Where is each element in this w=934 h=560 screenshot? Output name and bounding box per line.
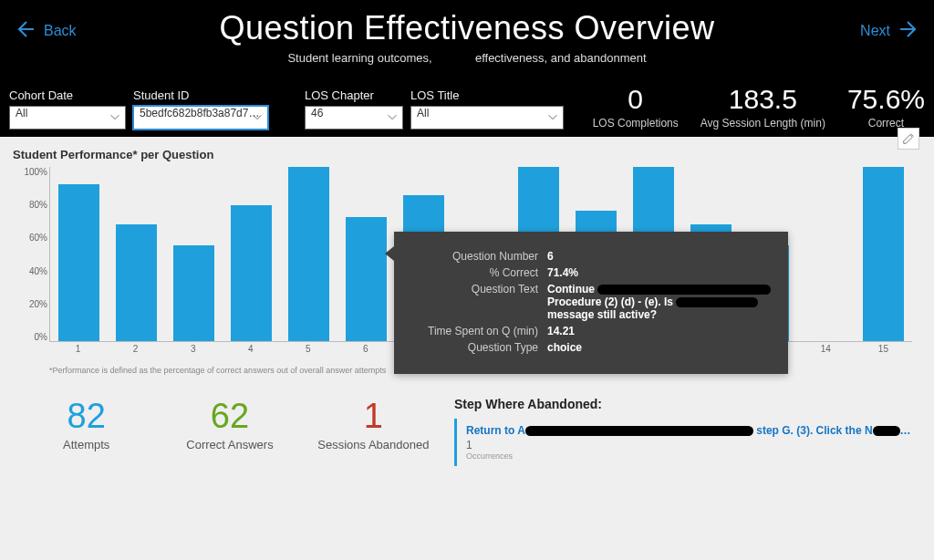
x-tick: 1 bbox=[49, 344, 107, 358]
abandon-card[interactable]: Return to A step G. (3). Click the N… 1 … bbox=[454, 419, 919, 466]
arrow-left-icon bbox=[13, 18, 35, 44]
kpi-group: 0 LOS Completions 183.5 Avg Session Leng… bbox=[593, 84, 925, 130]
filter-label-student: Student ID bbox=[133, 88, 268, 102]
x-tick: 15 bbox=[855, 344, 912, 358]
filter-label-lostitle: LOS Title bbox=[410, 88, 564, 102]
y-axis: 100%80%60%40%20%0% bbox=[15, 167, 47, 342]
page-title: Question Effectiveness Overview bbox=[15, 9, 919, 47]
abandon-occurrences-value: 1 bbox=[466, 439, 910, 451]
x-tick: 4 bbox=[222, 344, 279, 358]
bar[interactable] bbox=[173, 245, 213, 341]
back-button[interactable]: Back bbox=[13, 18, 77, 44]
abandon-occurrences-label: Occurrences bbox=[466, 451, 910, 461]
abandon-box: Step Where Abandoned: Return to A step G… bbox=[445, 397, 919, 466]
x-tick: 5 bbox=[279, 344, 337, 358]
student-select[interactable]: 5bedfc682b8fb3a87d7… bbox=[133, 106, 268, 130]
chevron-down-icon bbox=[251, 110, 264, 126]
abandon-title: Step Where Abandoned: bbox=[454, 397, 919, 411]
metric-abandoned: 1 Sessions Abandoned bbox=[302, 397, 445, 466]
filter-label-cohort: Cohort Date bbox=[9, 88, 126, 102]
bar-slot[interactable] bbox=[855, 167, 912, 341]
bar-slot[interactable] bbox=[50, 167, 108, 341]
chart-tooltip: Question Number6 % Correct71.4% Question… bbox=[394, 232, 788, 374]
filters-row: Cohort Date All Student ID 5bedfc682b8fb… bbox=[9, 84, 925, 130]
chevron-down-icon bbox=[546, 110, 559, 126]
chevron-down-icon bbox=[386, 110, 399, 126]
chart-title: Student Performance* per Question bbox=[13, 148, 921, 161]
header-bar: Back Next Question Effectiveness Overvie… bbox=[0, 0, 934, 137]
bar-slot[interactable] bbox=[165, 167, 223, 341]
metric-attempts: 82 Attempts bbox=[15, 397, 158, 466]
bar-slot[interactable] bbox=[108, 167, 165, 341]
page-subtitle: Student learning outcomes, effectiveness… bbox=[15, 51, 919, 65]
arrow-right-icon bbox=[899, 18, 921, 44]
metric-correct: 62 Correct Answers bbox=[158, 397, 301, 466]
kpi-correct: 75.6% Correct bbox=[847, 84, 925, 130]
x-tick: 3 bbox=[164, 344, 222, 358]
bar[interactable] bbox=[288, 167, 328, 341]
x-tick: 14 bbox=[797, 344, 855, 358]
back-label: Back bbox=[44, 23, 77, 39]
kpi-session-length: 183.5 Avg Session Length (min) bbox=[700, 84, 825, 130]
next-button[interactable]: Next bbox=[860, 18, 921, 44]
bar-slot[interactable] bbox=[797, 167, 855, 341]
filter-label-chapter: LOS Chapter bbox=[305, 88, 403, 102]
chevron-down-icon bbox=[109, 110, 121, 126]
bottom-row: 82 Attempts 62 Correct Answers 1 Session… bbox=[0, 384, 934, 482]
bar[interactable] bbox=[863, 167, 903, 341]
abandon-step-text: Return to A step G. (3). Click the N… bbox=[466, 424, 910, 437]
chapter-select[interactable]: 46 bbox=[305, 106, 403, 130]
bar[interactable] bbox=[346, 217, 386, 341]
kpi-completions: 0 LOS Completions bbox=[593, 84, 679, 130]
x-tick: 6 bbox=[337, 344, 394, 358]
bar[interactable] bbox=[231, 205, 271, 341]
bar-slot[interactable] bbox=[280, 167, 337, 341]
cohort-select[interactable]: All bbox=[9, 106, 126, 130]
bar-slot[interactable] bbox=[223, 167, 280, 341]
x-tick: 2 bbox=[107, 344, 164, 358]
lostitle-select[interactable]: All bbox=[410, 106, 564, 130]
edit-icon[interactable] bbox=[898, 128, 919, 150]
bar[interactable] bbox=[116, 224, 156, 341]
bar[interactable] bbox=[58, 184, 99, 341]
next-label: Next bbox=[860, 23, 890, 39]
